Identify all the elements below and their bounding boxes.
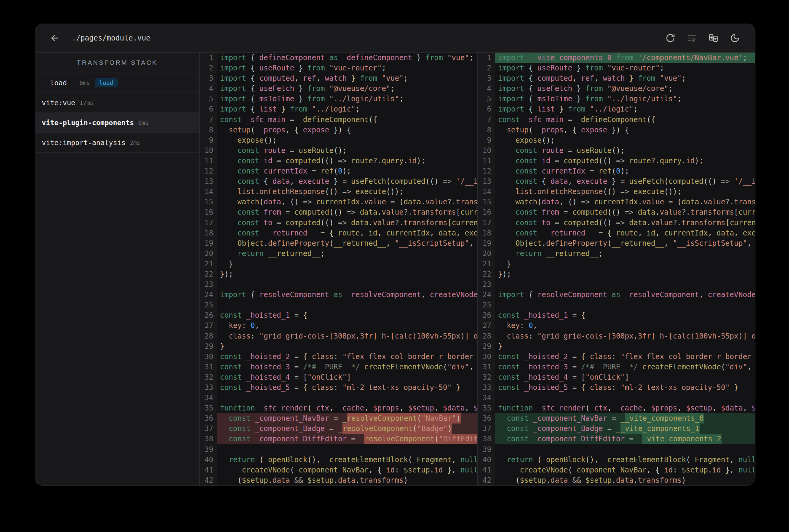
code-text: ($setup.data && $setup.data.transforms) (217, 475, 477, 486)
code-line: 24import { resolveComponent as _resolveC… (200, 289, 477, 300)
code-text: const _hoisted_4 = ["onClick"] (495, 372, 755, 382)
code-line: 40 return (_openBlock(), _createElementB… (200, 455, 477, 465)
back-arrow-icon (50, 33, 60, 43)
code-line: 11 const id = computed(() => route?.quer… (478, 156, 755, 166)
plugin-name: vite:vue (42, 99, 75, 107)
plugin-time: 0ms (138, 119, 149, 126)
line-number: 40 (478, 455, 495, 465)
title-path: /pages/module.vue (76, 34, 150, 42)
back-button[interactable] (49, 32, 61, 44)
panel-left[interactable]: 1import { defineComponent as _defineComp… (200, 53, 477, 486)
line-number: 14 (200, 187, 217, 197)
code-line: 34 (200, 393, 477, 403)
code-line: 9 expose(); (200, 135, 477, 146)
code-text: const _hoisted_3 = /*#__PURE__*/_createE… (217, 362, 477, 372)
line-number: 4 (200, 83, 217, 94)
plugin-time: 17ms (79, 99, 93, 106)
code-line: 2import { useRoute } from "vue-router"; (200, 63, 477, 73)
code-line: 15 watch(data, () => currentIdx.value = … (478, 197, 755, 207)
line-number: 15 (478, 197, 495, 207)
code-text (495, 444, 755, 455)
line-number: 20 (200, 248, 217, 259)
sidebar-item-vite-vue[interactable]: vite:vue17ms (35, 93, 199, 113)
code-text: import { useFetch } from "@vueuse/core"; (217, 83, 477, 94)
code-line: 3import { computed, ref, watch } from "v… (478, 73, 755, 83)
line-number: 25 (200, 300, 217, 310)
sidebar-item--load-[interactable]: __load__0msload (35, 73, 199, 93)
code-text: const _component_DiffEditor = _resolveCo… (217, 434, 477, 444)
code-text: const _hoisted_2 = { class: "flex flex-c… (217, 352, 477, 362)
code-text: expose(); (495, 135, 755, 146)
code-text: setup(__props, { expose }) { (495, 125, 755, 135)
code-text: const _sfc_main = _defineComponent({ (495, 115, 755, 125)
refresh-button[interactable] (665, 33, 676, 43)
line-number: 15 (200, 197, 217, 207)
code-line: 41 _createVNode(_component_NavBar, { id:… (200, 465, 477, 475)
code-text: function _sfc_render(_ctx, _cache, $prop… (217, 403, 477, 413)
code-text: const _hoisted_5 = { class: "ml-2 text-x… (217, 382, 477, 393)
line-number: 7 (478, 115, 495, 125)
sidebar-item-vite-import-analysis[interactable]: vite:import-analysis2ms (35, 133, 199, 153)
line-number: 7 (200, 115, 217, 125)
line-number: 9 (200, 135, 217, 146)
code-line: 20 return __returned__; (478, 248, 755, 259)
code-line: 35function _sfc_render(_ctx, _cache, $pr… (200, 403, 477, 413)
line-number: 20 (478, 248, 495, 259)
line-number: 33 (478, 382, 495, 393)
page-title: ./pages/module.vue (72, 34, 150, 42)
code-line: 1import __vite_components_0 from '/compo… (478, 53, 755, 63)
line-number: 17 (478, 217, 495, 228)
code-text: return __returned__; (495, 248, 755, 259)
code-text: import { msToTime } from "../logic/utils… (217, 94, 477, 104)
line-number: 5 (200, 94, 217, 104)
code-text: list.onFetchResponse(() => execute()); (217, 187, 477, 197)
code-line: 8 setup(__props, { expose }) { (478, 125, 755, 135)
code-text (217, 444, 477, 455)
line-number: 13 (478, 176, 495, 187)
line-number: 12 (200, 166, 217, 176)
code-text: const __returned__ = { route, id, curren… (217, 228, 477, 238)
line-number: 41 (478, 465, 495, 475)
code-text: const id = computed(() => route?.query.i… (217, 156, 477, 166)
code-text: const currentIdx = ref(0); (495, 166, 755, 176)
line-wrap-button[interactable] (687, 33, 697, 43)
code-text: import { computed, ref, watch } from "vu… (495, 73, 755, 83)
line-number: 16 (200, 207, 217, 217)
line-number: 18 (200, 228, 217, 238)
line-number: 27 (478, 320, 495, 331)
compare-panels-button[interactable] (708, 33, 718, 43)
line-number: 22 (200, 269, 217, 279)
code-line: 13 const { data, execute } = useFetch(co… (200, 176, 477, 187)
code-text: }); (217, 269, 477, 279)
code-line: 32const _hoisted_4 = ["onClick"] (200, 372, 477, 382)
diff-token-highlight: _vite_components_1 (621, 423, 700, 434)
code-text: ($setup.data && $setup.data.transforms) (495, 475, 755, 486)
sidebar-item-vite-plugin-components[interactable]: vite-plugin-components0ms (35, 113, 199, 133)
code-line: 27 key: 0, (200, 320, 477, 331)
code-line: 1import { defineComponent as _defineComp… (200, 53, 477, 63)
panel-right[interactable]: 1import __vite_components_0 from '/compo… (477, 53, 755, 486)
code-text: import { msToTime } from "../logic/utils… (495, 94, 755, 104)
line-number: 36 (200, 413, 217, 423)
code-text: import { useRoute } from "vue-router"; (495, 63, 755, 73)
code-line: 18 const __returned__ = { route, id, cur… (200, 228, 477, 238)
code-text: _createVNode(_component_NavBar, { id: $s… (495, 465, 755, 475)
line-number: 21 (478, 259, 495, 269)
code-text: _createVNode(_component_NavBar, { id: $s… (217, 465, 477, 475)
code-text: import { useRoute } from "vue-router"; (217, 63, 477, 73)
line-number: 23 (200, 279, 217, 289)
line-number: 10 (478, 146, 495, 156)
code-line: 14 list.onFetchResponse(() => execute())… (478, 187, 755, 197)
code-line: 16 const from = computed(() => data.valu… (200, 207, 477, 217)
title-prefix: . (72, 34, 76, 42)
code-text: const _component_NavBar = __vite_compone… (495, 413, 755, 423)
line-number: 6 (478, 104, 495, 114)
code-text: } (217, 341, 477, 352)
code-text: const to = computed(() => data.value?.tr… (217, 217, 477, 228)
line-number: 36 (478, 413, 495, 423)
plugin-name: vite-plugin-components (42, 119, 134, 127)
line-number: 23 (478, 279, 495, 289)
code-text: Object.defineProperty(__returned__, "__i… (495, 238, 755, 248)
load-badge: load (95, 78, 118, 87)
dark-mode-toggle[interactable] (730, 33, 740, 43)
